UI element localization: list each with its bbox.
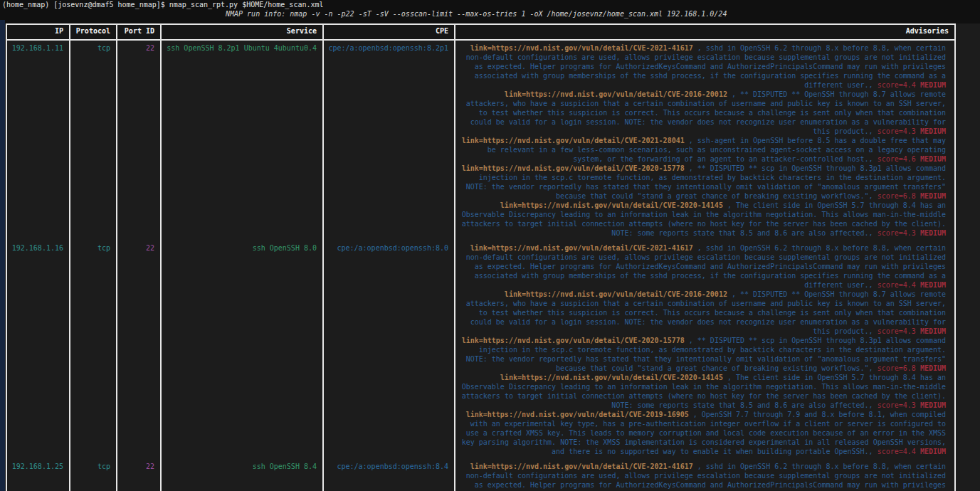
column-header-cpe: CPE — [324, 25, 455, 39]
shell-prompt-line: (home_nmap) [josevnz@dmaf5 home_nmap]$ n… — [2, 1, 324, 9]
advisory-score: score=4.3 — [878, 401, 916, 409]
cell-service: ssh OpenSSH 8.2p1 Ubuntu 4ubuntu0.4 — [162, 41, 324, 241]
cell-advisories: link=https://nvd.nist.gov/vuln/detail/CV… — [455, 241, 956, 459]
advisory-severity-badge: MEDIUM — [920, 192, 946, 200]
advisory-entry: link=https://nvd.nist.gov/vuln/detail/CV… — [461, 373, 946, 410]
cve-link[interactable]: link=https://nvd.nist.gov/vuln/detail/CV… — [500, 374, 723, 381]
cve-link[interactable]: link=https://nvd.nist.gov/vuln/detail/CV… — [466, 411, 689, 418]
cve-link[interactable]: link=https://nvd.nist.gov/vuln/detail/CV… — [505, 90, 727, 98]
advisory-score: score=4.4 — [878, 448, 916, 455]
advisory-entry: link=https://nvd.nist.gov/vuln/detail/CV… — [461, 243, 946, 290]
advisory-score: score=4.3 — [878, 327, 916, 335]
advisory-entry: link=https://nvd.nist.gov/vuln/detail/CV… — [461, 90, 946, 136]
advisory-severity-badge: MEDIUM — [920, 81, 946, 89]
advisory-severity-badge: MEDIUM — [920, 229, 946, 237]
advisory-score: score=4.3 — [878, 229, 916, 237]
cell-protocol: tcp — [70, 459, 117, 491]
cell-port-id: 22 — [117, 41, 162, 241]
column-header-service: Service — [162, 25, 324, 39]
advisory-score: score=6.8 — [878, 192, 916, 200]
column-header-advisories: Advisories — [455, 25, 956, 39]
advisory-severity-badge: MEDIUM — [920, 448, 946, 455]
cve-link[interactable]: link=https://nvd.nist.gov/vuln/detail/CV… — [505, 290, 727, 298]
column-header-protocol: Protocol — [70, 25, 117, 39]
advisory-score: score=4.4 — [878, 81, 916, 89]
advisory-severity-badge: MEDIUM — [920, 364, 946, 372]
table-row: 192.168.1.16 tcp 22 ssh OpenSSH 8.0 cpe:… — [6, 241, 956, 459]
cve-link[interactable]: link=https://nvd.nist.gov/vuln/detail/CV… — [462, 337, 685, 344]
cell-ip: 192.168.1.16 — [7, 241, 70, 459]
advisory-entry: link=https://nvd.nist.gov/vuln/detail/CV… — [461, 164, 946, 201]
cell-port-id: 22 — [117, 459, 162, 491]
advisory-entry: link=https://nvd.nist.gov/vuln/detail/CV… — [461, 290, 946, 336]
desktop-edge-stripe — [0, 20, 5, 491]
cell-ip: 192.168.1.25 — [7, 459, 70, 491]
table-row: 192.168.1.11 tcp 22 ssh OpenSSH 8.2p1 Ub… — [6, 41, 956, 241]
advisory-severity-badge: MEDIUM — [920, 281, 946, 289]
advisory-severity-badge: MEDIUM — [920, 155, 946, 163]
advisory-entry: link=https://nvd.nist.gov/vuln/detail/CV… — [461, 201, 946, 238]
cell-service: ssh OpenSSH 8.4 — [162, 459, 324, 491]
advisory-severity-badge: MEDIUM — [920, 327, 946, 335]
cve-link[interactable]: link=https://nvd.nist.gov/vuln/detail/CV… — [462, 164, 685, 172]
advisory-entry: link=https://nvd.nist.gov/vuln/detail/CV… — [461, 336, 946, 373]
advisory-score: score=4.6 — [878, 155, 916, 163]
advisory-score: score=4.4 — [878, 281, 916, 289]
nmap-run-info-line: NMAP run info: nmap -v -n -p22 -sT -sV -… — [226, 10, 727, 18]
advisory-severity-badge: MEDIUM — [920, 127, 946, 135]
cell-port-id: 22 — [117, 241, 162, 459]
cell-cpe: cpe:/a:openbsd:openssh:8.0 — [324, 241, 455, 459]
table-header: IPProtocolPort IDServiceCPEAdvisories — [6, 23, 956, 41]
advisory-entry: link=https://nvd.nist.gov/vuln/detail/CV… — [461, 410, 946, 456]
cell-protocol: tcp — [70, 41, 117, 241]
nmap-report-table: IPProtocolPort IDServiceCPEAdvisories 19… — [6, 23, 956, 491]
cell-cpe: cpe:/a:openbsd:openssh:8.4 — [324, 459, 455, 491]
advisory-score: score=6.8 — [878, 364, 916, 372]
advisory-entry: link=https://nvd.nist.gov/vuln/detail/CV… — [461, 43, 946, 90]
advisory-entry: link=https://nvd.nist.gov/vuln/detail/CV… — [461, 462, 946, 491]
cell-advisories: link=https://nvd.nist.gov/vuln/detail/CV… — [455, 459, 956, 491]
table-row: 192.168.1.25 tcp 22 ssh OpenSSH 8.4 cpe:… — [6, 459, 956, 491]
cell-protocol: tcp — [70, 241, 117, 459]
advisory-score: score=4.3 — [878, 127, 916, 135]
column-header-port-id: Port ID — [117, 25, 162, 39]
cell-service: ssh OpenSSH 8.0 — [162, 241, 324, 459]
cell-cpe: cpe:/a:openbsd:openssh:8.2p1 — [324, 41, 455, 241]
cell-ip: 192.168.1.11 — [7, 41, 70, 241]
cell-advisories: link=https://nvd.nist.gov/vuln/detail/CV… — [455, 41, 956, 241]
cve-link[interactable]: link=https://nvd.nist.gov/vuln/detail/CV… — [500, 201, 723, 209]
cve-link[interactable]: link=https://nvd.nist.gov/vuln/detail/CV… — [462, 137, 685, 144]
advisory-entry: link=https://nvd.nist.gov/vuln/detail/CV… — [461, 136, 946, 164]
terminal-top-bar: (home_nmap) [josevnz@dmaf5 home_nmap]$ n… — [0, 0, 980, 23]
column-header-ip: IP — [7, 25, 70, 39]
cve-link[interactable]: link=https://nvd.nist.gov/vuln/detail/CV… — [470, 44, 693, 52]
cve-link[interactable]: link=https://nvd.nist.gov/vuln/detail/CV… — [470, 244, 693, 252]
advisory-severity-badge: MEDIUM — [920, 401, 946, 409]
cve-link[interactable]: link=https://nvd.nist.gov/vuln/detail/CV… — [470, 463, 693, 470]
table-body: 192.168.1.11 tcp 22 ssh OpenSSH 8.2p1 Ub… — [6, 41, 956, 491]
